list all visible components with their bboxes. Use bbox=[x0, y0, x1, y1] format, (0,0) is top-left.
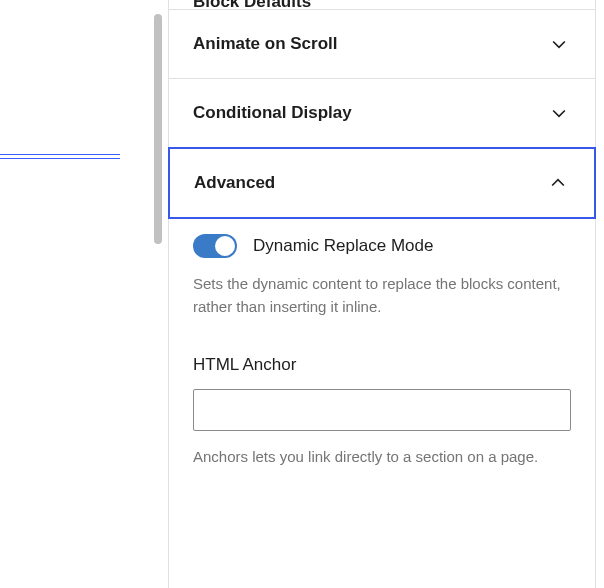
chevron-down-icon bbox=[547, 101, 571, 125]
panel-animate-on-scroll[interactable]: Animate on Scroll bbox=[169, 10, 595, 79]
panel-advanced[interactable]: Advanced bbox=[168, 147, 596, 219]
panel-block-defaults[interactable]: Block Defaults bbox=[169, 0, 595, 10]
panel-title: Advanced bbox=[194, 173, 275, 193]
dynamic-replace-label: Dynamic Replace Mode bbox=[253, 236, 433, 256]
panel-title: Animate on Scroll bbox=[193, 34, 338, 54]
chevron-up-icon bbox=[546, 171, 570, 195]
canvas-selection-line bbox=[0, 154, 120, 159]
dynamic-replace-row: Dynamic Replace Mode bbox=[193, 234, 571, 258]
dynamic-replace-help: Sets the dynamic content to replace the … bbox=[193, 272, 571, 319]
html-anchor-help: Anchors lets you link directly to a sect… bbox=[193, 445, 571, 468]
panel-title: Conditional Display bbox=[193, 103, 352, 123]
toggle-knob bbox=[215, 236, 235, 256]
scrollbar-thumb[interactable] bbox=[154, 14, 162, 244]
panel-advanced-content: Dynamic Replace Mode Sets the dynamic co… bbox=[169, 218, 595, 488]
inspector-sidebar: Block Defaults Animate on Scroll Conditi… bbox=[154, 0, 604, 588]
panel-wrapper: Block Defaults Animate on Scroll Conditi… bbox=[168, 0, 596, 588]
dynamic-replace-toggle[interactable] bbox=[193, 234, 237, 258]
html-anchor-label: HTML Anchor bbox=[193, 355, 571, 375]
panel-title: Block Defaults bbox=[193, 0, 311, 10]
panel-conditional-display[interactable]: Conditional Display bbox=[169, 79, 595, 148]
html-anchor-input[interactable] bbox=[193, 389, 571, 431]
chevron-down-icon bbox=[547, 32, 571, 56]
